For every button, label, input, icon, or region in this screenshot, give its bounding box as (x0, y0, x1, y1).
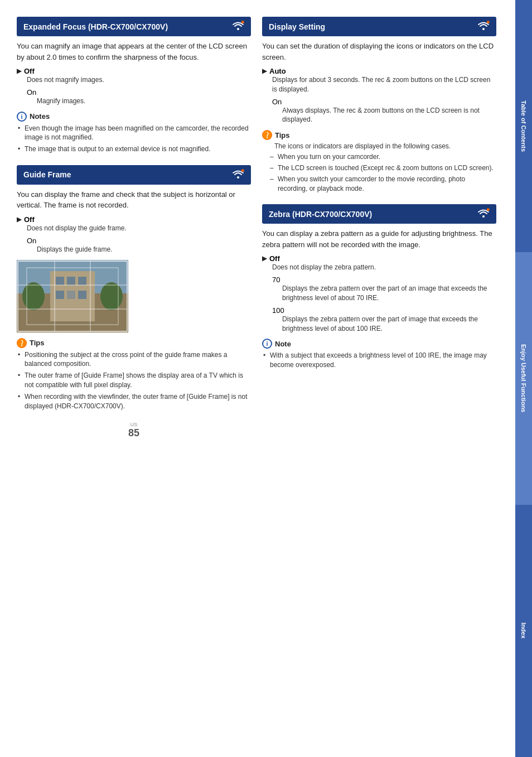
triangle-off-expanded: ▶ (17, 67, 21, 75)
option-text-100-zebra: 100 (272, 306, 284, 315)
svg-rect-10 (56, 291, 64, 299)
option-desc-off-expanded: Does not magnify images. (27, 75, 251, 85)
option-text-auto-display: Auto (269, 67, 286, 75)
notes-icon-expanded: i (17, 112, 27, 122)
guide-tip-1: Positioning the subject at the cross poi… (17, 350, 251, 369)
display-tips-list: When you turn on your camcorder. The LCD… (270, 152, 496, 193)
option-label-off-zebra: ▶ Off (262, 254, 496, 263)
zebra-header: Zebra (HDR-CX700/CX700V) (262, 204, 496, 224)
page-number-area: US 85 (17, 422, 251, 439)
sidebar: Table of Contents Enjoy Useful Functions… (515, 0, 532, 757)
option-on-expanded: On Magnify images. (17, 88, 251, 106)
sidebar-enjoy-label: Enjoy Useful Functions (520, 344, 527, 412)
tips-label-guide: Tips (30, 339, 45, 347)
svg-rect-11 (67, 291, 75, 299)
expanded-focus-notes: i Notes Even though the image has been m… (17, 112, 251, 154)
note-title-zebra: i Note (262, 339, 496, 349)
option-desc-on-expanded: Magnify images. (37, 97, 251, 106)
option-text-off-zebra: Off (269, 254, 280, 263)
note-item-2: The image that is output to an external … (17, 144, 251, 154)
option-text-on-display: On (272, 98, 282, 106)
option-desc-on-guide: Displays the guide frame. (37, 245, 251, 254)
tips-title-guide: Tips (17, 338, 251, 348)
svg-point-13 (22, 282, 45, 310)
notes-icon-zebra: i (262, 339, 272, 349)
option-off-zebra: ▶ Off Does not display the zebra pattern… (262, 254, 496, 272)
expanded-focus-title: Expanded Focus (HDR-CX700/CX700V) (23, 22, 168, 31)
tips-icon-guide (17, 338, 27, 348)
option-desc-100-zebra: Displays the zebra pattern over the part… (282, 315, 496, 334)
sidebar-index[interactable]: Index (515, 505, 532, 757)
display-tip-3: When you switch your camcorder to the mo… (270, 175, 496, 194)
option-text-70-zebra: 70 (272, 276, 280, 284)
svg-rect-9 (78, 277, 86, 285)
notes-title-expanded: i Notes (17, 112, 251, 122)
svg-point-24 (487, 21, 489, 23)
svg-rect-0 (237, 28, 239, 30)
svg-rect-8 (67, 277, 75, 285)
svg-point-3 (241, 170, 244, 172)
tips-label-display: Tips (275, 131, 290, 139)
option-label-on-display: On (272, 98, 496, 106)
option-label-off-guide: ▶ Off (17, 215, 251, 224)
expanded-focus-notes-list: Even though the image has been magnified… (17, 124, 251, 154)
svg-point-22 (21, 345, 22, 346)
option-desc-on-display: Always displays. The rec & zoom buttons … (282, 106, 496, 125)
display-setting-title: Display Setting (269, 22, 325, 31)
expanded-focus-body: You can magnify an image that appears at… (17, 41, 251, 62)
option-70-zebra: 70 Displays the zebra pattern over the p… (262, 276, 496, 303)
guide-tip-2: The outer frame of [Guide Frame] shows t… (17, 371, 251, 390)
option-off-expanded: ▶ Off Does not magnify images. (17, 67, 251, 85)
option-label-100-zebra: 100 (272, 306, 496, 315)
zebra-section: Zebra (HDR-CX700/CX700V) You can display… (262, 204, 496, 370)
option-on-display: On Always displays. The rec & zoom butto… (262, 98, 496, 125)
guide-frame-tips: Tips Positioning the subject at the cros… (17, 338, 251, 411)
triangle-off-guide: ▶ (17, 216, 21, 223)
option-text-off-expanded: Off (24, 67, 35, 75)
triangle-off-zebra: ▶ (262, 255, 267, 262)
expanded-focus-section: Expanded Focus (HDR-CX700/CX700V) You ca… (17, 17, 251, 154)
page-number: 85 (17, 427, 251, 439)
zebra-body: You can display a zebra pattern as a gui… (262, 228, 496, 250)
guide-frame-body: You can display the frame and check that… (17, 189, 251, 211)
wifi-icon-guide (232, 169, 244, 181)
triangle-auto-display: ▶ (262, 67, 267, 75)
page-locale: US (17, 422, 251, 427)
display-setting-tips: Tips The icons or indicators are display… (262, 130, 496, 193)
zebra-title: Zebra (HDR-CX700/CX700V) (269, 210, 372, 219)
display-setting-section: Display Setting You can set the duration… (262, 17, 496, 193)
option-label-off-expanded: ▶ Off (17, 67, 251, 75)
sidebar-toc[interactable]: Table of Contents (515, 0, 532, 252)
svg-rect-27 (482, 215, 485, 218)
zebra-note-list: With a subject that exceeds a brightness… (262, 351, 496, 370)
svg-rect-12 (78, 291, 86, 299)
tips-intro-display: The icons or indicators are displayed in… (274, 142, 496, 150)
tips-icon-display (262, 130, 272, 140)
option-label-70-zebra: 70 (272, 276, 496, 284)
option-label-on-guide: On (27, 237, 251, 245)
wifi-icon-display (477, 21, 490, 32)
option-text-on-expanded: On (27, 88, 36, 97)
svg-rect-7 (56, 277, 64, 285)
option-desc-off-guide: Does not display the guide frame. (27, 224, 251, 233)
sidebar-toc-label: Table of Contents (520, 100, 527, 152)
option-text-on-guide: On (27, 237, 36, 245)
svg-point-28 (487, 209, 489, 211)
note-item-1: Even though the image has been magnified… (17, 124, 251, 143)
tips-title-display: Tips (262, 130, 496, 140)
wifi-icon-zebra (477, 208, 490, 220)
note-label-zebra: Note (275, 340, 291, 348)
svg-point-14 (100, 282, 123, 310)
display-setting-body: You can set the duration of displaying t… (262, 41, 496, 62)
notes-label-expanded: Notes (30, 112, 50, 120)
expanded-focus-header: Expanded Focus (HDR-CX700/CX700V) (17, 17, 251, 36)
option-desc-70-zebra: Displays the zebra pattern over the part… (282, 284, 496, 303)
sidebar-index-label: Index (520, 623, 527, 639)
option-desc-off-zebra: Does not display the zebra pattern. (272, 263, 496, 272)
zebra-note-1: With a subject that exceeds a brightness… (262, 351, 496, 370)
guide-frame-header: Guide Frame (17, 165, 251, 185)
sidebar-enjoy[interactable]: Enjoy Useful Functions (515, 252, 532, 504)
option-desc-auto-display: Displays for about 3 seconds. The rec & … (272, 75, 496, 94)
svg-point-1 (241, 21, 244, 23)
option-label-auto-display: ▶ Auto (262, 67, 496, 75)
